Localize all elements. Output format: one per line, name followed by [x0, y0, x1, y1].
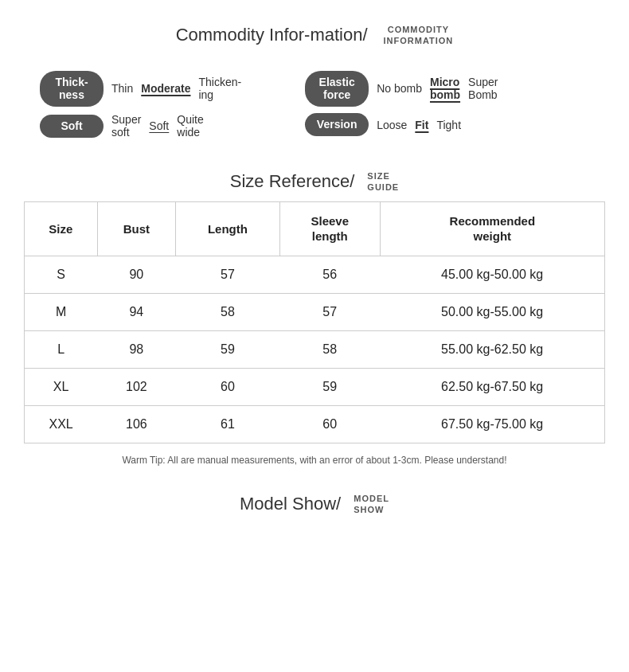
label-loose: Loose: [377, 119, 407, 131]
label-tight: Tight: [436, 119, 461, 131]
attr-row-softness: Soft Supersoft Soft Quitewide: [40, 113, 241, 139]
model-show-sub-line1: MODEL: [354, 493, 389, 504]
table-header-row: Size Bust Length Sleevelength Recommende…: [25, 201, 605, 256]
cell-sleeve: 59: [279, 368, 380, 405]
model-show-header: Model Show/ MODEL SHOW: [0, 477, 629, 524]
commodity-title-main: Commodity Infor-mation/: [176, 24, 368, 47]
cell-weight: 62.50 kg-67.50 kg: [380, 368, 604, 405]
cell-weight: 45.00 kg-50.00 kg: [380, 256, 604, 293]
cell-weight: 67.50 kg-75.00 kg: [380, 405, 604, 443]
label-thickening: Thicken-ing: [198, 76, 241, 101]
pill-thickness[interactable]: Thick-ness: [40, 71, 104, 107]
table-row: L 98 59 58 55.00 kg-62.50 kg: [25, 330, 605, 368]
label-supersoft: Supersoft: [111, 113, 141, 139]
size-ref-title-main: Size Reference/: [230, 171, 355, 192]
cell-bust: 94: [97, 293, 175, 330]
cell-size: XXL: [25, 405, 98, 443]
col-size: Size: [25, 201, 98, 256]
model-show-title-sub: MODEL SHOW: [354, 493, 389, 516]
table-row: S 90 57 56 45.00 kg-50.00 kg: [25, 256, 605, 293]
cell-size: S: [25, 256, 98, 293]
label-microbomb: Microbomb: [430, 76, 460, 101]
commodity-title-sub-line2: INFORMATION: [384, 35, 454, 46]
cell-size: M: [25, 293, 98, 330]
label-moderate: Moderate: [141, 82, 190, 95]
size-table-wrapper: Size Bust Length Sleevelength Recommende…: [0, 201, 629, 443]
label-superbomb: SuperBomb: [468, 76, 498, 101]
col-bust: Bust: [97, 201, 175, 256]
commodity-title-sub: COMMODITY INFORMATION: [384, 24, 454, 47]
size-reference-header: Size Reference/ SIZE GUIDE: [0, 154, 629, 201]
commodity-header: Commodity Infor-mation/ COMMODITY INFORM…: [0, 0, 629, 63]
cell-length: 59: [176, 330, 280, 368]
attr-row-thickness: Thick-ness Thin Moderate Thicken-ing: [40, 71, 241, 107]
cell-length: 58: [176, 293, 280, 330]
cell-sleeve: 57: [279, 293, 380, 330]
size-ref-title-sub: SIZE GUIDE: [367, 170, 399, 193]
cell-bust: 90: [97, 256, 175, 293]
commodity-title-sub-line1: COMMODITY: [384, 24, 454, 35]
cell-sleeve: 60: [279, 405, 380, 443]
cell-size: XL: [25, 368, 98, 405]
size-table: Size Bust Length Sleevelength Recommende…: [24, 201, 605, 443]
cell-sleeve: 56: [279, 256, 380, 293]
pill-version[interactable]: Version: [305, 113, 369, 136]
warm-tip: Warm Tip: All are manual measurements, w…: [0, 443, 629, 477]
label-soft: Soft: [149, 119, 169, 132]
table-row: XXL 106 61 60 67.50 kg-75.00 kg: [25, 405, 605, 443]
label-nobomb: No bomb: [377, 82, 422, 95]
attr-group-right: Elasticforce No bomb Microbomb SuperBomb…: [305, 71, 498, 139]
label-fit: Fit: [415, 119, 428, 131]
pill-soft[interactable]: Soft: [40, 115, 104, 138]
col-weight: Recommendedweight: [380, 201, 604, 256]
col-sleeve: Sleevelength: [279, 201, 380, 256]
cell-weight: 50.00 kg-55.00 kg: [380, 293, 604, 330]
cell-length: 57: [176, 256, 280, 293]
label-thin: Thin: [111, 82, 133, 95]
size-ref-sub-line1: SIZE: [367, 170, 399, 182]
cell-bust: 98: [97, 330, 175, 368]
attr-row-elastic: Elasticforce No bomb Microbomb SuperBomb: [305, 71, 498, 107]
cell-size: L: [25, 330, 98, 368]
model-show-sub-line2: SHOW: [354, 504, 389, 515]
model-show-title-main: Model Show/: [240, 494, 341, 514]
col-length: Length: [176, 201, 280, 256]
cell-weight: 55.00 kg-62.50 kg: [380, 330, 604, 368]
pill-elastic[interactable]: Elasticforce: [305, 71, 369, 107]
size-ref-sub-line2: GUIDE: [367, 182, 399, 193]
cell-sleeve: 58: [279, 330, 380, 368]
cell-bust: 102: [97, 368, 175, 405]
cell-bust: 106: [97, 405, 175, 443]
table-row: XL 102 60 59 62.50 kg-67.50 kg: [25, 368, 605, 405]
cell-length: 60: [176, 368, 280, 405]
label-quitewide: Quitewide: [177, 113, 203, 139]
table-row: M 94 58 57 50.00 kg-55.00 kg: [25, 293, 605, 330]
attr-row-version: Version Loose Fit Tight: [305, 113, 498, 136]
attr-group-left: Thick-ness Thin Moderate Thicken-ing Sof…: [40, 71, 241, 139]
cell-length: 61: [176, 405, 280, 443]
attributes-section: Thick-ness Thin Moderate Thicken-ing Sof…: [0, 63, 629, 155]
